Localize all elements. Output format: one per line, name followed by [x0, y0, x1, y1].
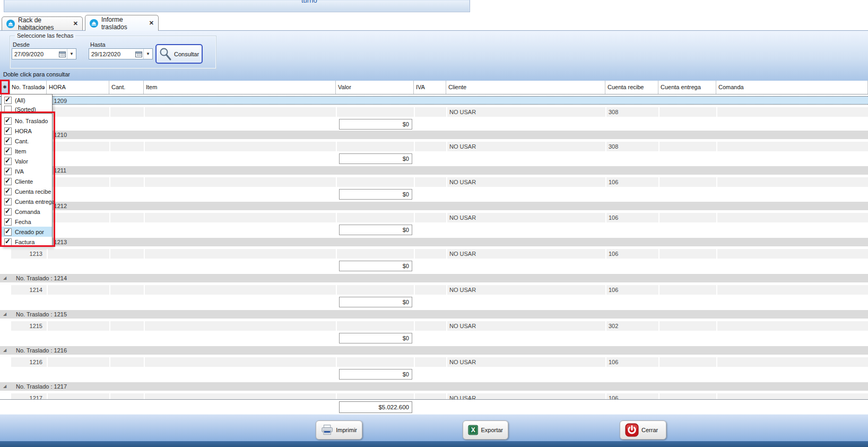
- column-header-hora[interactable]: HORA: [47, 81, 109, 94]
- chooser-item-comanda[interactable]: Comanda: [2, 207, 52, 217]
- cell-cliente: NO USAR: [447, 357, 605, 367]
- group-row-1210[interactable]: ◢ No. Traslado : 1210: [0, 131, 868, 139]
- chooser-item-valor[interactable]: Valor: [2, 156, 52, 166]
- cerrar-button[interactable]: Cerrar: [620, 420, 666, 440]
- app-bell-icon: [6, 20, 15, 28]
- column-chooser-button[interactable]: ✱: [0, 81, 10, 94]
- group-expanded-icon[interactable]: ◢: [3, 310, 6, 319]
- checkbox[interactable]: [4, 137, 12, 145]
- column-header-item[interactable]: Item: [144, 81, 336, 94]
- desde-label: Desde: [13, 41, 30, 48]
- chooser-item-all[interactable]: (All): [2, 96, 52, 105]
- group-row-1215[interactable]: ◢ No. Traslado : 1215: [0, 310, 868, 319]
- chooser-item-fecha[interactable]: Fecha: [2, 217, 52, 227]
- cell-cliente: NO USAR: [447, 249, 605, 259]
- chooser-item-no-traslado[interactable]: No. Traslado: [2, 116, 52, 126]
- data-row-1209[interactable]: 1209 NO USAR 308: [0, 107, 868, 117]
- chevron-down-icon[interactable]: ▼: [67, 49, 76, 59]
- group-row-1211[interactable]: ◢ No. Traslado : 1211: [0, 166, 868, 175]
- cell-cuenta-recibe: 308: [606, 142, 658, 151]
- chooser-item-sorted[interactable]: (Sorted): [2, 105, 52, 114]
- group-expanded-icon[interactable]: ◢: [3, 382, 6, 391]
- checkbox[interactable]: [4, 178, 12, 185]
- checkbox[interactable]: [4, 117, 12, 125]
- exportar-label: Exportar: [481, 427, 503, 433]
- imprimir-button[interactable]: Imprimir: [316, 420, 362, 440]
- group-subtotal-1212: $0: [339, 225, 412, 235]
- checkbox[interactable]: [4, 168, 12, 175]
- group-row-1209[interactable]: ◢ No. Traslado : 1209: [0, 96, 868, 105]
- cell-no-traslado: 1216: [11, 357, 47, 367]
- column-header-cuenta-entrega[interactable]: Cuenta entrega: [658, 81, 716, 94]
- app-bell-icon: [90, 19, 98, 28]
- checkbox[interactable]: [4, 158, 12, 165]
- data-row-1217[interactable]: 1217 NO USAR 106: [0, 393, 868, 399]
- group-row-1214[interactable]: ◢ No. Traslado : 1214: [0, 274, 868, 282]
- checkbox[interactable]: [4, 198, 12, 205]
- data-row-1212[interactable]: 1212 NO USAR 106: [0, 213, 868, 222]
- group-expanded-icon[interactable]: ◢: [3, 346, 6, 355]
- checkbox[interactable]: [4, 238, 12, 246]
- chooser-item-cuenta-entrega[interactable]: Cuenta entrega: [2, 196, 52, 207]
- data-row-1215[interactable]: 1215 NO USAR 302: [0, 321, 868, 331]
- chooser-item-iva[interactable]: IVA: [2, 166, 52, 176]
- cell-cuenta-recibe: 106: [606, 177, 658, 187]
- chooser-item-factura[interactable]: Factura: [2, 237, 52, 247]
- exportar-button[interactable]: X Exportar: [463, 420, 508, 440]
- group-row-1217[interactable]: ◢ No. Traslado : 1217: [0, 382, 868, 391]
- checkbox[interactable]: [4, 228, 12, 236]
- tab-informe-traslados[interactable]: Informe traslados ✕: [85, 15, 159, 31]
- checkbox[interactable]: [4, 218, 12, 226]
- checkbox[interactable]: [4, 106, 12, 113]
- data-row-1213[interactable]: 1213 NO USAR 106: [0, 249, 868, 259]
- group-subtotal-1215: $0: [339, 333, 412, 343]
- imprimir-label: Imprimir: [336, 427, 357, 433]
- group-subtotal-1209: $0: [339, 119, 412, 130]
- column-header-comanda[interactable]: Comanda: [716, 81, 868, 94]
- checkbox[interactable]: [4, 148, 12, 155]
- chooser-item-creado-por[interactable]: Creado por: [2, 227, 52, 237]
- column-header-iva[interactable]: IVA: [414, 81, 446, 94]
- data-row-1210[interactable]: 1210 NO USAR 308: [0, 142, 868, 151]
- data-row-1216[interactable]: 1216 NO USAR 106: [0, 357, 868, 367]
- group-expanded-icon[interactable]: ◢: [3, 274, 6, 282]
- checkbox[interactable]: [4, 208, 12, 216]
- cell-cliente: NO USAR: [447, 107, 605, 117]
- grand-total-value: $5.022.600: [339, 401, 412, 413]
- column-header-no-traslado[interactable]: No. Traslado ▲: [10, 81, 47, 94]
- chooser-item-hora[interactable]: HORA: [2, 126, 52, 136]
- cell-cliente: NO USAR: [447, 142, 605, 151]
- close-tab-icon[interactable]: ✕: [73, 20, 78, 27]
- checkbox[interactable]: [4, 97, 12, 104]
- cell-no-traslado: 1215: [11, 321, 47, 331]
- chevron-down-icon[interactable]: ▼: [143, 49, 152, 59]
- cell-cuenta-recibe: 308: [606, 107, 658, 117]
- calendar-icon: [135, 51, 142, 57]
- doble-click-hint: Doble click para consultar: [3, 71, 70, 78]
- group-subtotal-1214: $0: [339, 297, 412, 307]
- chooser-item-cant[interactable]: Cant.: [2, 136, 52, 146]
- hasta-date-input[interactable]: 29/12/2020 ▼: [89, 48, 153, 59]
- column-header-valor[interactable]: Valor: [336, 81, 414, 94]
- group-subtotal-1211: $0: [339, 189, 412, 200]
- column-header-cant[interactable]: Cant.: [109, 81, 144, 94]
- tab-rack-de-habitaciones[interactable]: Rack de habitaciones ✕: [2, 16, 83, 30]
- chooser-item-cuenta-recibe[interactable]: Cuenta recibe: [2, 186, 52, 196]
- close-tab-icon[interactable]: ✕: [149, 20, 154, 27]
- chooser-item-cliente[interactable]: Cliente: [2, 176, 52, 186]
- group-row-1216[interactable]: ◢ No. Traslado : 1216: [0, 346, 868, 355]
- group-row-1213[interactable]: ◢ No. Traslado : 1213: [0, 238, 868, 246]
- consultar-button[interactable]: Consultar: [155, 44, 203, 64]
- group-subtotal-1210: $0: [339, 153, 412, 164]
- chooser-item-item[interactable]: Item: [2, 146, 52, 156]
- group-row-1212[interactable]: ◢ No. Traslado : 1212: [0, 202, 868, 210]
- data-row-1211[interactable]: 1211 NO USAR 106: [0, 177, 868, 187]
- checkbox[interactable]: [4, 127, 12, 135]
- data-row-1214[interactable]: 1214 NO USAR 106: [0, 285, 868, 295]
- cell-cuenta-recibe: 106: [606, 357, 658, 367]
- checkbox[interactable]: [4, 188, 12, 195]
- desde-date-input[interactable]: 27/09/2020 ▼: [12, 48, 76, 59]
- column-header-cliente[interactable]: Cliente: [446, 81, 605, 94]
- hasta-label: Hasta: [90, 41, 106, 48]
- column-header-cuenta-recibe[interactable]: Cuenta recibe: [605, 81, 658, 94]
